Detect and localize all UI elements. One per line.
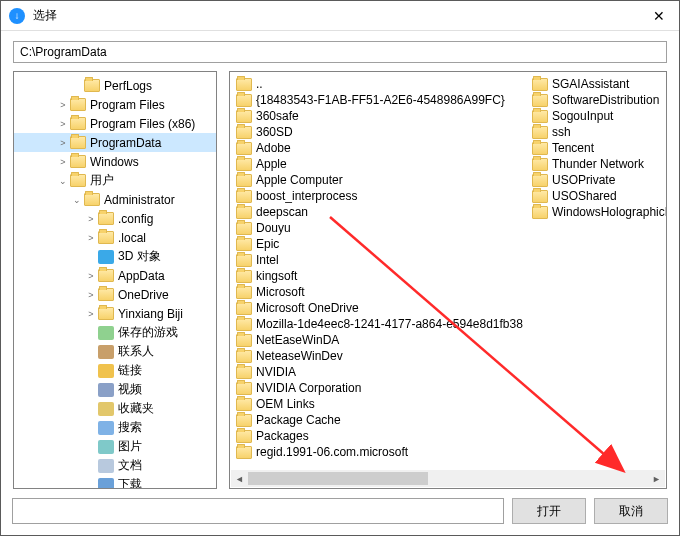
folder-tree-pane: PerfLogs >Program Files >Program Files (… (13, 71, 217, 489)
expand-icon[interactable]: > (84, 290, 98, 300)
file-item[interactable]: SogouInput (526, 108, 666, 124)
scroll-right-button[interactable]: ► (648, 470, 665, 487)
tree-item-favorites[interactable]: 收藏夹 (14, 399, 216, 418)
tree-item-links[interactable]: 链接 (14, 361, 216, 380)
folder-icon (98, 212, 114, 225)
file-item[interactable]: Package Cache (230, 412, 526, 428)
file-item[interactable]: deepscan (230, 204, 526, 220)
file-item[interactable]: Microsoft OneDrive (230, 300, 526, 316)
file-item[interactable]: SoftwareDistribution (526, 92, 666, 108)
collapse-icon[interactable]: ⌄ (56, 176, 70, 186)
button-label: 取消 (619, 503, 643, 520)
tree-label: Program Files (x86) (90, 117, 195, 131)
scroll-track[interactable] (248, 470, 648, 487)
scroll-thumb[interactable] (248, 472, 428, 485)
file-item[interactable]: Thunder Network (526, 156, 666, 172)
file-label: Douyu (256, 221, 291, 235)
app-icon: ↓ (9, 8, 25, 24)
folder-icon (236, 206, 252, 219)
folder-icon (532, 110, 548, 123)
folder-icon (236, 222, 252, 235)
open-button[interactable]: 打开 (512, 498, 586, 524)
file-list[interactable]: ..{18483543-F1AB-FF51-A2E6-4548986A99FC}… (230, 72, 666, 470)
file-item[interactable]: NVIDIA Corporation (230, 380, 526, 396)
collapse-icon[interactable]: ⌄ (70, 195, 84, 205)
file-item[interactable]: Apple Computer (230, 172, 526, 188)
tree-item-local[interactable]: >.local (14, 228, 216, 247)
filename-input[interactable] (12, 498, 504, 524)
file-item[interactable]: Microsoft (230, 284, 526, 300)
window-title: 选择 (33, 7, 647, 24)
folder-tree[interactable]: PerfLogs >Program Files >Program Files (… (14, 72, 216, 489)
tree-item-contacts[interactable]: 联系人 (14, 342, 216, 361)
tree-item-onedrive[interactable]: >OneDrive (14, 285, 216, 304)
file-item[interactable]: .. (230, 76, 526, 92)
file-item[interactable]: OEM Links (230, 396, 526, 412)
expand-icon[interactable]: > (56, 138, 70, 148)
tree-item-3dobjects[interactable]: 3D 对象 (14, 247, 216, 266)
tree-item-appdata[interactable]: >AppData (14, 266, 216, 285)
expand-icon[interactable]: > (84, 271, 98, 281)
file-item[interactable]: 360safe (230, 108, 526, 124)
tree-label: 用户 (90, 172, 114, 189)
expand-icon[interactable]: > (56, 157, 70, 167)
tree-item-programfiles[interactable]: >Program Files (14, 95, 216, 114)
cancel-button[interactable]: 取消 (594, 498, 668, 524)
file-item[interactable]: Packages (230, 428, 526, 444)
file-item[interactable]: USOPrivate (526, 172, 666, 188)
file-item[interactable]: Intel (230, 252, 526, 268)
folder-icon (236, 190, 252, 203)
file-item[interactable]: Douyu (230, 220, 526, 236)
file-label: SoftwareDistribution (552, 93, 659, 107)
file-item[interactable]: Tencent (526, 140, 666, 156)
tree-item-downloads[interactable]: 下载 (14, 475, 216, 489)
file-item[interactable]: Adobe (230, 140, 526, 156)
file-item[interactable]: NeteaseWinDev (230, 348, 526, 364)
tree-item-programfilesx86[interactable]: >Program Files (x86) (14, 114, 216, 133)
expand-icon[interactable]: > (56, 119, 70, 129)
tree-label: 文档 (118, 457, 142, 474)
expand-icon[interactable]: > (56, 100, 70, 110)
bottom-bar: 打开 取消 (12, 498, 668, 524)
tree-item-windows[interactable]: >Windows (14, 152, 216, 171)
file-item[interactable]: Apple (230, 156, 526, 172)
expand-icon[interactable]: > (84, 233, 98, 243)
folder-icon (532, 142, 548, 155)
close-button[interactable]: ✕ (647, 8, 671, 24)
expand-icon[interactable]: > (84, 309, 98, 319)
file-item[interactable]: SGAIAssistant (526, 76, 666, 92)
file-item[interactable]: 360SD (230, 124, 526, 140)
tree-item-users[interactable]: ⌄用户 (14, 171, 216, 190)
scroll-left-button[interactable]: ◄ (231, 470, 248, 487)
file-item[interactable]: WindowsHolographicDevices (526, 204, 666, 220)
file-label: NVIDIA (256, 365, 296, 379)
file-item[interactable]: ssh (526, 124, 666, 140)
expand-icon[interactable]: > (84, 214, 98, 224)
file-item[interactable]: kingsoft (230, 268, 526, 284)
file-label: USOPrivate (552, 173, 615, 187)
tree-item-searches[interactable]: 搜索 (14, 418, 216, 437)
tree-item-config[interactable]: >.config (14, 209, 216, 228)
tree-item-videos[interactable]: 视频 (14, 380, 216, 399)
tree-item-yinxiang[interactable]: >Yinxiang Biji (14, 304, 216, 323)
3d-objects-icon (98, 250, 114, 264)
file-item[interactable]: NetEaseWinDA (230, 332, 526, 348)
file-item[interactable]: USOShared (526, 188, 666, 204)
file-item[interactable]: Mozilla-1de4eec8-1241-4177-a864-e594e8d1… (230, 316, 526, 332)
tree-item-perflogs[interactable]: PerfLogs (14, 76, 216, 95)
tree-item-programdata[interactable]: >ProgramData (14, 133, 216, 152)
tree-label: .config (118, 212, 153, 226)
file-item[interactable]: boost_interprocess (230, 188, 526, 204)
folder-icon (236, 174, 252, 187)
path-input[interactable] (13, 41, 667, 63)
file-item[interactable]: NVIDIA (230, 364, 526, 380)
horizontal-scrollbar[interactable]: ◄ ► (231, 470, 665, 487)
file-item[interactable]: Epic (230, 236, 526, 252)
tree-item-pictures[interactable]: 图片 (14, 437, 216, 456)
tree-label: .local (118, 231, 146, 245)
file-item[interactable]: regid.1991-06.com.microsoft (230, 444, 526, 460)
tree-item-documents[interactable]: 文档 (14, 456, 216, 475)
tree-item-administrator[interactable]: ⌄Administrator (14, 190, 216, 209)
file-item[interactable]: {18483543-F1AB-FF51-A2E6-4548986A99FC} (230, 92, 526, 108)
tree-item-savedgames[interactable]: 保存的游戏 (14, 323, 216, 342)
